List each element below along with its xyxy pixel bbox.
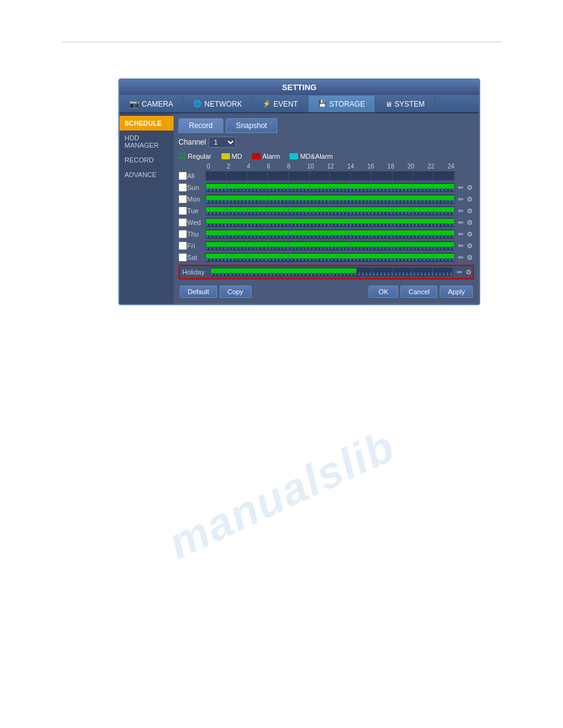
day-label-all: All <box>187 172 205 180</box>
gear-icon-mon[interactable]: ⚙ <box>466 195 473 203</box>
grid-lines-sat <box>206 253 454 262</box>
top-divider <box>61 42 502 42</box>
day-actions-thu: ✏ ⚙ <box>457 230 474 238</box>
nav-tab-camera-label: CAMERA <box>142 100 173 108</box>
edit-icon-thu[interactable]: ✏ <box>457 230 464 238</box>
edit-icon-mon[interactable]: ✏ <box>457 195 464 203</box>
checkbox-fri[interactable] <box>178 241 187 250</box>
camera-icon: 📷 <box>129 99 139 108</box>
day-row-fri: Fri ✏ ⚙ <box>178 241 474 251</box>
watermark: manualslib <box>161 420 402 569</box>
day-row-wed: Wed ✏ ⚙ <box>178 218 474 227</box>
checkbox-mon[interactable] <box>178 195 187 203</box>
checkbox-regular-icon: ☑ <box>178 151 186 161</box>
grid-lines-thu <box>206 230 454 238</box>
gear-icon-wed[interactable]: ⚙ <box>466 219 473 226</box>
nav-tab-system[interactable]: 🖥 SYSTEM <box>375 96 435 112</box>
day-actions-holiday: ✏ ⚙ <box>456 268 473 276</box>
day-row-sun: Sun ✏ ⚙ <box>178 183 474 192</box>
day-actions-tue: ✏ ⚙ <box>457 207 474 214</box>
grid-lines-wed <box>206 218 454 227</box>
edit-icon-tue[interactable]: ✏ <box>457 207 464 214</box>
day-actions-wed: ✏ ⚙ <box>457 219 474 226</box>
nav-tab-network-label: NETWORK <box>204 100 242 108</box>
ok-button[interactable]: OK <box>369 286 398 298</box>
edit-icon-fri[interactable]: ✏ <box>457 242 464 249</box>
edit-icon-wed[interactable]: ✏ <box>457 219 464 226</box>
btn-group-left: Default Copy <box>180 286 251 298</box>
tab-record[interactable]: Record <box>178 118 223 133</box>
cancel-button[interactable]: Cancel <box>400 286 437 298</box>
apply-button[interactable]: Apply <box>440 286 473 298</box>
nav-tab-camera[interactable]: 📷 CAMERA <box>120 96 183 112</box>
nav-tab-event[interactable]: ⚡ EVENT <box>253 96 308 112</box>
network-icon: 🌐 <box>193 100 202 108</box>
checkbox-sun[interactable] <box>178 183 187 192</box>
day-bar-fri <box>205 241 455 251</box>
sidebar-item-record[interactable]: RECORD <box>120 153 174 167</box>
sidebar-item-advance[interactable]: ADVANCE <box>120 167 174 182</box>
button-row: Default Copy OK Cancel Apply <box>178 283 474 299</box>
gear-icon-sat[interactable]: ⚙ <box>466 254 473 261</box>
day-bar-mon <box>205 194 455 204</box>
gear-icon-sun[interactable]: ⚙ <box>466 184 473 191</box>
time-header: 0 2 4 6 8 10 12 14 16 18 20 22 24 <box>178 163 474 170</box>
nav-tab-system-label: SYSTEM <box>394 100 424 108</box>
grid-lines-all <box>206 172 454 180</box>
checkbox-tue[interactable] <box>178 207 187 215</box>
gear-icon-holiday[interactable]: ⚙ <box>465 268 472 276</box>
btn-group-right: OK Cancel Apply <box>369 286 473 298</box>
legend-md-alarm-box <box>289 153 298 159</box>
day-bar-all <box>205 171 455 181</box>
day-label-fri: Fri <box>187 242 205 249</box>
day-label-sun: Sun <box>187 184 205 191</box>
day-actions-sun: ✏ ⚙ <box>457 184 474 191</box>
main-content: Record Snapshot Channel 1 ☑ <box>174 113 479 304</box>
system-icon: 🖥 <box>385 100 392 108</box>
grid-lines-mon <box>206 195 454 203</box>
nav-tab-network[interactable]: 🌐 NETWORK <box>183 96 252 112</box>
day-bar-tue <box>205 206 455 216</box>
event-icon: ⚡ <box>262 100 271 108</box>
legend-md: MD <box>221 153 242 160</box>
day-label-tue: Tue <box>187 207 205 214</box>
edit-icon-sun[interactable]: ✏ <box>457 184 464 191</box>
nav-tab-storage[interactable]: 💾 STORAGE <box>308 96 375 112</box>
day-row-tue: Tue ✏ ⚙ <box>178 206 474 216</box>
day-row-mon: Mon ✏ ⚙ <box>178 194 474 204</box>
legend-alarm-box <box>252 153 261 159</box>
sidebar: SCHEDULE HDD MANAGER RECORD ADVANCE <box>120 113 174 304</box>
default-button[interactable]: Default <box>180 286 217 298</box>
checkbox-wed[interactable] <box>178 218 187 227</box>
gear-icon-thu[interactable]: ⚙ <box>466 230 473 238</box>
checkbox-thu[interactable] <box>178 230 187 238</box>
dialog-title: SETTING <box>120 80 479 96</box>
legend-alarm-label: Alarm <box>262 153 280 160</box>
edit-icon-sat[interactable]: ✏ <box>457 254 464 261</box>
legend-md-alarm: MD&Alarm <box>289 153 332 160</box>
checkbox-sat[interactable] <box>178 253 187 262</box>
day-actions-fri: ✏ ⚙ <box>457 242 474 249</box>
sidebar-item-hdd-manager[interactable]: HDD MANAGER <box>120 131 174 153</box>
day-bar-sun <box>205 183 455 192</box>
gear-icon-tue[interactable]: ⚙ <box>466 207 473 214</box>
content-tab-row: Record Snapshot <box>178 118 474 133</box>
day-actions-sat: ✏ ⚙ <box>457 254 474 261</box>
grid-lines-tue <box>206 207 454 215</box>
sidebar-item-schedule[interactable]: SCHEDULE <box>120 116 174 131</box>
tab-snapshot[interactable]: Snapshot <box>226 118 278 133</box>
gear-icon-fri[interactable]: ⚙ <box>466 242 473 249</box>
checkbox-all[interactable] <box>178 172 187 180</box>
copy-button[interactable]: Copy <box>220 286 251 298</box>
page-container: SETTING 📷 CAMERA 🌐 NETWORK ⚡ EVENT 💾 STO… <box>0 0 563 728</box>
grid-lines-holiday <box>211 268 453 276</box>
day-row-sat: Sat ✏ ⚙ <box>178 252 474 262</box>
day-bar-sat <box>205 252 455 262</box>
nav-tab-event-label: EVENT <box>274 100 298 108</box>
channel-select[interactable]: 1 <box>209 137 236 148</box>
nav-tabs-bar: 📷 CAMERA 🌐 NETWORK ⚡ EVENT 💾 STORAGE 🖥 S <box>120 96 479 113</box>
day-bar-wed <box>205 218 455 227</box>
edit-icon-holiday[interactable]: ✏ <box>456 268 463 276</box>
holiday-row: Holiday ✏ ⚙ <box>178 265 474 279</box>
day-label-mon: Mon <box>187 195 205 203</box>
